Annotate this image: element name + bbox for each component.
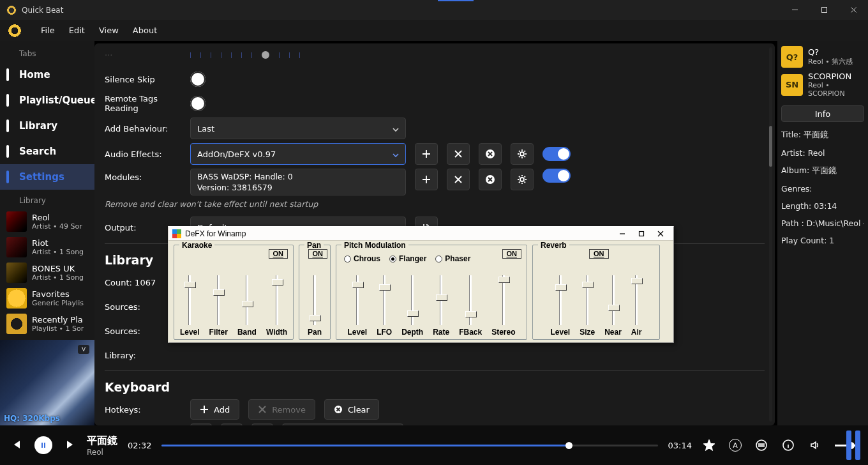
autoplay-button[interactable]: A <box>729 439 742 452</box>
toggle-remote-tags[interactable] <box>190 96 206 111</box>
clear-module-button[interactable] <box>479 169 502 190</box>
volume-button[interactable] <box>808 438 822 452</box>
lib-item-riot[interactable]: RiotArtist • 1 Song <box>0 234 94 260</box>
defx-close-button[interactable] <box>652 228 670 240</box>
window-close-button[interactable] <box>839 0 868 20</box>
note-remove-clear: Remove and clear won't take effect until… <box>105 199 765 209</box>
scrollbar[interactable] <box>769 47 772 422</box>
sidebar-item-playlist[interactable]: Playlist/Queue <box>0 88 94 113</box>
pan-on-button[interactable]: ON <box>308 249 328 259</box>
radio-flanger[interactable]: Flanger <box>389 254 426 263</box>
info-circle-button[interactable] <box>781 438 795 452</box>
hotkey-remove-button[interactable]: Remove <box>248 399 315 420</box>
radio-phaser[interactable]: Phaser <box>435 254 470 263</box>
slider-reverb-level[interactable]: Level <box>550 275 570 337</box>
switch-audio-effects[interactable] <box>542 147 571 161</box>
menu-file[interactable]: File <box>41 26 55 35</box>
remove-effect-button[interactable] <box>447 143 470 165</box>
slider-karaoke-band[interactable]: Band <box>237 275 257 337</box>
slider-karaoke-level[interactable]: Level <box>180 275 200 337</box>
progress-track[interactable] <box>161 445 657 446</box>
defx-minimize-button[interactable] <box>613 228 631 240</box>
slider-pitch-stereo[interactable]: Stereo <box>491 275 515 337</box>
progress-bar[interactable] <box>161 445 657 446</box>
slider-karaoke-width[interactable]: Width <box>266 275 287 337</box>
add-module-button[interactable] <box>415 169 438 190</box>
slider-pitch-lfo[interactable]: LFO <box>377 275 392 337</box>
scrollbar-thumb[interactable] <box>769 126 772 167</box>
window-minimize-button[interactable] <box>780 0 809 20</box>
slider-karaoke-filter[interactable]: Filter <box>209 275 228 337</box>
next-button[interactable] <box>65 439 77 452</box>
slider-reverb-air[interactable]: Air <box>631 275 642 337</box>
menu-about[interactable]: About <box>133 26 157 35</box>
label-modules: Modules: <box>105 172 181 182</box>
queue-item[interactable]: Q? Q?Reol • 第六感 <box>781 46 864 68</box>
toggle-silence-skip[interactable] <box>190 72 206 87</box>
np-artist: Reol <box>87 448 117 457</box>
slider-pitch-depth[interactable]: Depth <box>401 275 423 337</box>
radio-label: Chrous <box>354 254 380 263</box>
prev-button[interactable] <box>10 439 22 452</box>
lib-item-recent[interactable]: Recently PlaPlaylist • 1 Sor <box>0 311 94 337</box>
info-button[interactable]: Info <box>781 105 864 122</box>
switch-modules[interactable] <box>542 169 571 183</box>
info-list: Title: 平面鏡 Artist: Reol Album: 平面鏡 Genre… <box>781 130 864 245</box>
lib-title: Favorites <box>32 289 84 299</box>
remove-module-button[interactable] <box>447 169 470 190</box>
hotkey-add-button[interactable]: Add <box>190 399 239 420</box>
progress-knob[interactable] <box>565 442 572 449</box>
slider-pan[interactable]: Pan <box>308 275 322 337</box>
slider-reverb-near[interactable]: Near <box>604 275 622 337</box>
dropdown-add-behaviour[interactable]: Last <box>190 118 406 139</box>
modules-box[interactable]: BASS WaDSP: Handle: 0 Version: 33816579 <box>190 169 406 195</box>
add-effect-button[interactable] <box>415 143 438 165</box>
configure-effect-button[interactable] <box>511 143 534 165</box>
lib-item-favorites[interactable]: FavoritesGeneric Playlis <box>0 286 94 311</box>
sidebar-item-label: Library <box>19 120 57 132</box>
lib-title: Riot <box>32 238 84 248</box>
play-pause-button[interactable] <box>34 436 52 454</box>
window-maximize-button[interactable] <box>809 0 839 20</box>
defx-titlebar[interactable]: DeFX for Winamp <box>168 227 673 241</box>
clear-effect-button[interactable] <box>479 143 502 165</box>
group-title: Reverb <box>538 241 569 250</box>
slider-label: FBack <box>459 328 482 337</box>
modules-line: Version: 33816579 <box>197 183 399 194</box>
sidebar-item-home[interactable]: Home <box>0 62 94 88</box>
queue-badge: SN <box>781 74 803 96</box>
sidebar-item-search[interactable]: Search <box>0 139 94 164</box>
karaoke-on-button[interactable]: ON <box>269 249 288 259</box>
lib-item-reol[interactable]: ReolArtist • 49 Sor <box>0 209 94 234</box>
radio-chorus[interactable]: Chrous <box>344 254 380 263</box>
defx-window[interactable]: DeFX for Winamp Karaoke ON Level Filter … <box>168 226 674 343</box>
lib-item-bones[interactable]: BONES UKArtist • 1 Song <box>0 260 94 286</box>
sidebar-item-settings[interactable]: Settings <box>0 164 94 190</box>
menu-view[interactable]: View <box>99 26 119 35</box>
info-row: Title: 平面鏡 <box>781 130 864 141</box>
queue-item[interactable]: SN SCORPIONReol • SCORPION <box>781 72 864 98</box>
slider-pitch-rate[interactable]: Rate <box>433 275 449 337</box>
letter: A <box>733 441 738 450</box>
crossfader-knob[interactable] <box>262 51 269 59</box>
hotkey-clear-button[interactable]: Clear <box>324 399 379 420</box>
queue-button[interactable] <box>754 438 768 452</box>
window-titlebar: Quick Beat <box>0 0 868 20</box>
slider-reverb-size[interactable]: Size <box>580 275 595 337</box>
now-playing[interactable]: 平面鏡 Reol <box>87 434 117 457</box>
slider-pitch-level[interactable]: Level <box>347 275 367 337</box>
configure-module-button[interactable] <box>511 169 534 190</box>
sidebar-item-library[interactable]: Library <box>0 113 94 139</box>
row-remote-tags: Remote Tags Reading <box>105 93 765 114</box>
pitch-on-button[interactable]: ON <box>502 249 522 259</box>
album-art[interactable]: V HQ: 320Kbps <box>0 340 94 425</box>
dropdown-audio-effects[interactable]: AddOn/DeFX v0.97 <box>190 143 406 165</box>
group-pitch: Pitch Modulation ON Chrous Flanger Phase… <box>336 245 527 340</box>
menu-edit[interactable]: Edit <box>69 26 85 35</box>
favorite-button[interactable] <box>702 438 716 452</box>
reverb-on-button[interactable]: ON <box>589 249 609 259</box>
slider-label: Level <box>550 328 570 337</box>
slider-pitch-fback[interactable]: FBack <box>459 275 482 337</box>
defx-maximize-button[interactable] <box>632 228 650 240</box>
btn-label: Add <box>214 405 230 415</box>
